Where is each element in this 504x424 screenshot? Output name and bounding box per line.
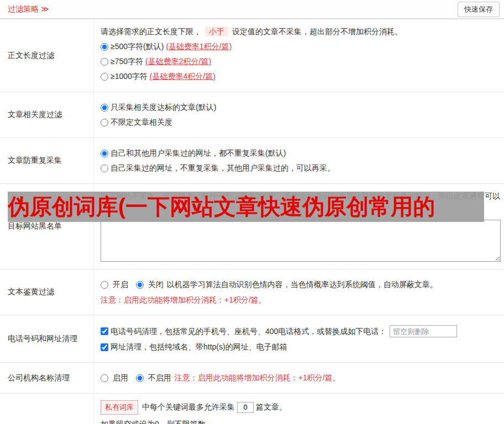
length-option-1000-radio[interactable] (101, 73, 108, 81)
company-option-on-label: 启用 (113, 373, 128, 382)
header: 过滤策略 ≫ 快速保存 (0, 0, 504, 19)
row-length-filter: 正文长度过滤 请选择需求的正文长度下限，小于设定值的文章不采集，超出部分不增加积… (0, 19, 504, 92)
keyword-count-input[interactable] (237, 402, 254, 413)
keyword-dedup-label: 关键词防重复采集 (0, 394, 94, 424)
page-title[interactable]: 过滤策略 ≫ (8, 4, 49, 14)
url-clean-checkbox[interactable] (101, 343, 108, 351)
porn-filter-description: 以机器学习算法自动识别色情内容，当色情概率达到系统阈值，自动屏蔽文章。 (167, 279, 438, 290)
company-option-off-label: 不启用 (148, 373, 171, 382)
relevance-option-any-label: 不限定文章相关度 (111, 117, 172, 128)
length-option-1000-note: (基础费率4积分/篇) (150, 71, 216, 82)
porn-filter-options: 开启 关闭 以机器学习算法自动识别色情内容，当色情概率达到系统阈值，自动屏蔽文章… (101, 279, 496, 290)
length-filter-intro: 请选择需求的正文长度下限，小于设定值的文章不采集，超出部分不增加积分消耗。 (101, 26, 496, 37)
company-option-on-radio[interactable] (101, 374, 108, 382)
relevance-option-strict[interactable]: 只采集相关度达标的文章(默认) (101, 102, 496, 113)
row-keyword-dedup: 关键词防重复采集 私有词库中每个关键词最多允许采集篇文章。 如果留空或设为0，则… (0, 394, 504, 424)
length-option-750-note: (基础费率2积分/篇) (145, 56, 211, 67)
length-option-750[interactable]: ≥750字符 (基础费率2积分/篇) (101, 56, 496, 67)
relevance-filter-content: 只采集相关度达标的文章(默认) 不限定文章相关度 (94, 92, 504, 137)
length-option-750-label: ≥750字符 (111, 56, 143, 67)
dedup-option-self[interactable]: 自己采集过的网址，不重复采集，其他用户采集过的，可以再采。 (101, 163, 496, 173)
porn-option-off-radio[interactable] (136, 281, 144, 289)
length-option-500[interactable]: ≥500字符(默认) (基础费率1积分/篇) (101, 41, 496, 52)
phone-clean-checkbox[interactable] (101, 327, 108, 335)
row-dedup-filter: 文章防重复采集 自己和其他用户采集过的网址，都不重复采集(默认) 自己采集过的网… (0, 138, 504, 184)
porn-filter-label: 文本鉴黄过滤 (0, 269, 94, 315)
row-relevance-filter: 文章相关度过滤 只采集相关度达标的文章(默认) 不限定文章相关度 (0, 92, 504, 138)
dedup-option-global[interactable]: 自己和其他用户采集过的网址，都不重复采集(默认) (101, 148, 496, 158)
relevance-filter-label: 文章相关度过滤 (0, 92, 94, 137)
company-option-off[interactable]: 不启用 (136, 373, 171, 383)
keyword-dedup-line1-mid: 中每个关键词最多允许采集 (142, 402, 235, 411)
keyword-dedup-line2: 如果留空或设为0，则不限篇数。 (101, 418, 496, 424)
dedup-option-self-label: 自己采集过的网址，不重复采集，其他用户采集过的，可以再采。 (111, 163, 335, 173)
intro-highlight: 小于 (205, 26, 228, 36)
blacklist-textarea[interactable] (101, 220, 501, 262)
length-filter-label: 正文长度过滤 (0, 19, 94, 92)
watermark-text: 伪原创词库(一下网站文章快速伪原创常用的 (8, 194, 435, 219)
company-option-on[interactable]: 启用 (101, 373, 128, 383)
porn-filter-content: 开启 关闭 以机器学习算法自动识别色情内容，当色情概率达到系统阈值，自动屏蔽文章… (94, 269, 504, 315)
relevance-option-any[interactable]: 不限定文章相关度 (101, 117, 496, 128)
phone-clean-text: 电话号码清理，包括常见的手机号、座机号、400电话格式，或替换成如下电话： (111, 326, 386, 337)
company-clean-options: 启用 不启用 注意：启用此功能将增加积分消耗：+1积分/篇。 (101, 373, 496, 383)
company-clean-content: 启用 不启用 注意：启用此功能将增加积分消耗：+1积分/篇。 (94, 363, 504, 393)
porn-option-on-label: 开启 (113, 280, 128, 289)
length-option-1000[interactable]: ≥1000字符 (基础费率4积分/篇) (101, 71, 496, 82)
dedup-filter-label: 文章防重复采集 (0, 138, 94, 183)
intro-prefix: 请选择需求的正文长度下限， (101, 27, 201, 36)
company-option-off-radio[interactable] (136, 374, 144, 382)
relevance-option-strict-radio[interactable] (101, 104, 108, 112)
length-filter-content: 请选择需求的正文长度下限，小于设定值的文章不采集，超出部分不增加积分消耗。 ≥5… (94, 19, 504, 92)
phone-url-clean-label: 电话号码和网址清理 (0, 315, 94, 362)
url-clean-text: 网址清理，包括纯域名、带http(s)的网址、电子邮箱 (111, 342, 287, 352)
row-company-clean: 公司机构名称清理 启用 不启用 注意：启用此功能将增加积分消耗：+1积分/篇。 (0, 363, 504, 394)
dedup-filter-content: 自己和其他用户采集过的网址，都不重复采集(默认) 自己采集过的网址，不重复采集，… (94, 138, 504, 183)
length-option-500-note: (基础费率1积分/篇) (166, 41, 232, 52)
porn-option-on-radio[interactable] (101, 281, 108, 289)
keyword-dedup-line1-suffix: 篇文章。 (256, 402, 287, 411)
quick-save-button[interactable]: 快速保存 (458, 2, 500, 17)
row-porn-filter: 文本鉴黄过滤 开启 关闭 以机器学习算法自动识别色情内容，当色情概率达到系统阈值… (0, 269, 504, 315)
dedup-option-global-radio[interactable] (101, 150, 108, 157)
filter-strategy-page: 过滤策略 ≫ 快速保存 正文长度过滤 请选择需求的正文长度下限，小于设定值的文章… (0, 0, 504, 424)
phone-url-clean-content: 电话号码清理，包括常见的手机号、座机号、400电话格式，或替换成如下电话： 网址… (94, 315, 504, 362)
length-option-500-radio[interactable] (101, 43, 108, 51)
length-option-500-label: ≥500字符(默认) (111, 41, 164, 52)
porn-option-off-label: 关闭 (148, 280, 164, 289)
intro-suffix: 设定值的文章不采集，超出部分不增加积分消耗。 (232, 27, 402, 36)
keyword-dedup-line1: 私有词库中每个关键词最多允许采集篇文章。 (101, 400, 496, 415)
dedup-option-self-radio[interactable] (101, 165, 108, 172)
company-clean-warning: 注意：启用此功能将增加积分消耗：+1积分/篇。 (175, 373, 340, 383)
porn-option-off[interactable]: 关闭 (136, 279, 164, 290)
length-option-750-radio[interactable] (101, 58, 108, 66)
keyword-dedup-content: 私有词库中每个关键词最多允许采集篇文章。 如果留空或设为0，则不限篇数。 如果设… (94, 394, 504, 424)
company-clean-label: 公司机构名称清理 (0, 363, 94, 393)
row-phone-url-clean: 电话号码和网址清理 电话号码清理，包括常见的手机号、座机号、400电话格式，或替… (0, 315, 504, 363)
relevance-option-any-radio[interactable] (101, 119, 108, 126)
porn-option-on[interactable]: 开启 (101, 279, 128, 290)
porn-filter-warning: 注意：启用此功能将增加积分消耗：+1积分/篇。 (101, 294, 496, 305)
phone-replace-input[interactable] (390, 325, 457, 337)
length-option-1000-label: ≥1000字符 (111, 71, 148, 82)
private-lexicon-tag[interactable]: 私有词库 (101, 400, 138, 415)
dedup-option-global-label: 自己和其他用户采集过的网址，都不重复采集(默认) (111, 148, 286, 158)
relevance-option-strict-label: 只采集相关度达标的文章(默认) (111, 102, 216, 113)
url-clean-line: 网址清理，包括纯域名、带http(s)的网址、电子邮箱 (101, 342, 496, 352)
phone-clean-line: 电话号码清理，包括常见的手机号、座机号、400电话格式，或替换成如下电话： (101, 325, 496, 337)
watermark-overlay: 伪原创词库(一下网站文章快速伪原创常用的 (8, 192, 484, 222)
